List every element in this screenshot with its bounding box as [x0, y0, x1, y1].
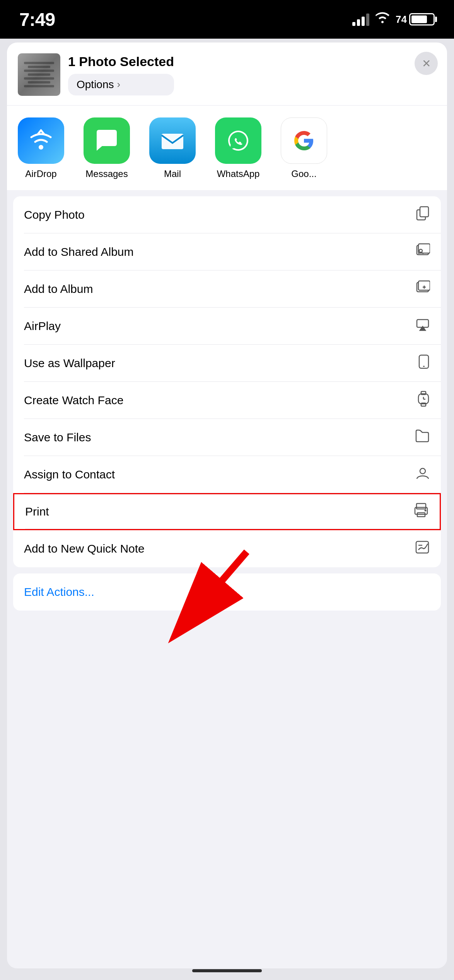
header-info: 1 Photo Selected Options › [68, 54, 174, 95]
svg-point-24 [425, 509, 427, 511]
svg-rect-1 [162, 134, 183, 149]
action-shared-album[interactable]: Add to Shared Album [13, 233, 441, 271]
action-assign-contact[interactable]: Assign to Contact [13, 456, 441, 493]
share-sheet: 1 Photo Selected Options › ✕ AirDrop [7, 43, 447, 968]
action-wallpaper[interactable]: Use as Wallpaper [13, 345, 441, 382]
status-time: 7:49 [19, 9, 55, 30]
shared-album-icon [415, 243, 430, 261]
close-button[interactable]: ✕ [415, 52, 438, 75]
status-bar: 7:49 74 [0, 0, 454, 39]
print-icon [413, 503, 429, 521]
watch-icon [417, 391, 430, 410]
app-item-messages[interactable]: Messages [84, 117, 130, 179]
action-print[interactable]: Print [13, 493, 441, 530]
app-item-whatsapp[interactable]: WhatsApp [215, 117, 261, 179]
svg-rect-25 [416, 541, 428, 553]
action-watch-face[interactable]: Create Watch Face [13, 382, 441, 419]
svg-point-0 [39, 145, 43, 150]
copy-icon [415, 206, 430, 224]
svg-rect-4 [420, 207, 428, 217]
app-item-google[interactable]: Goo... [281, 117, 327, 179]
app-item-airdrop[interactable]: AirDrop [18, 117, 64, 179]
action-add-album[interactable]: Add to Album [13, 271, 441, 308]
wifi-icon [375, 11, 390, 27]
messages-label: Messages [85, 168, 128, 179]
options-button[interactable]: Options › [68, 74, 174, 95]
airdrop-label: AirDrop [25, 168, 56, 179]
airplay-icon [415, 317, 430, 335]
sheet-header: 1 Photo Selected Options › ✕ [7, 43, 447, 105]
signal-icon [352, 13, 369, 26]
album-icon [415, 280, 430, 298]
action-copy-photo[interactable]: Copy Photo [13, 196, 441, 233]
mail-label: Mail [164, 168, 181, 179]
app-item-mail[interactable]: Mail [149, 117, 196, 179]
options-chevron-icon: › [117, 78, 121, 90]
messages-icon [84, 117, 130, 164]
battery-box [409, 13, 435, 26]
action-airplay[interactable]: AirPlay [13, 308, 441, 345]
svg-rect-16 [421, 391, 426, 395]
action-save-files[interactable]: Save to Files [13, 419, 441, 456]
apps-row: AirDrop Messages Mail [7, 106, 447, 190]
edit-actions-button[interactable]: Edit Actions... [24, 573, 430, 611]
svg-point-20 [420, 468, 425, 474]
action-quick-note[interactable]: Add to New Quick Note [13, 530, 441, 567]
google-label: Goo... [291, 168, 316, 179]
close-icon: ✕ [422, 57, 431, 70]
svg-rect-21 [416, 504, 426, 509]
whatsapp-label: WhatsApp [217, 168, 260, 179]
svg-rect-17 [421, 403, 426, 406]
contact-icon [415, 466, 430, 484]
note-icon [415, 540, 430, 558]
battery-text: 74 [396, 14, 407, 26]
header-title: 1 Photo Selected [68, 54, 174, 69]
bottom-section: Edit Actions... [13, 573, 441, 611]
phone-icon [418, 354, 430, 373]
home-indicator [192, 969, 262, 972]
folder-icon [415, 429, 430, 446]
photo-thumbnail [18, 53, 60, 96]
google-icon [281, 117, 327, 164]
mail-icon [149, 117, 196, 164]
whatsapp-icon [215, 117, 261, 164]
battery-indicator: 74 [396, 13, 435, 26]
action-list: Copy Photo Add to Shared Album Add t [13, 196, 441, 567]
status-icons: 74 [352, 11, 435, 27]
airdrop-icon [18, 117, 64, 164]
edit-actions-label: Edit Actions... [24, 585, 94, 599]
